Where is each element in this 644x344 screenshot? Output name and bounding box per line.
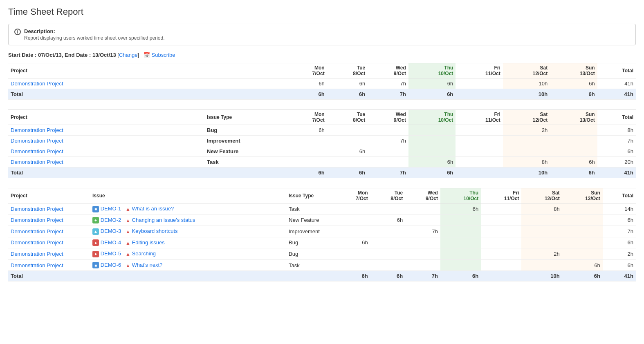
issue-title-link[interactable]: Changing an issue's status [132,217,195,223]
cell [327,136,368,146]
issue-id-link[interactable]: DEMO-3 [101,228,121,234]
cell [440,248,481,260]
issue-id-link[interactable]: DEMO-1 [101,206,121,212]
col-sun-header: Sun13/Oct [550,63,597,78]
cell [503,146,550,157]
project-link[interactable]: Demonstration Project [11,262,63,268]
cell: 6h [597,146,636,157]
description-text: Report displaying users worked time shee… [24,35,165,41]
issue-type-cell: New Feature [286,214,335,226]
cell [562,214,603,226]
project-link[interactable]: Demonstration Project [11,228,63,235]
project-link[interactable]: Demonstration Project [11,251,63,257]
issue-type-cell: Task [204,157,286,168]
total-row: Total 6h 6h 7h 6h 10h 6h 41h [8,168,636,178]
cell: 6h [603,259,636,271]
cell: 10h [503,89,550,100]
issue-id-link[interactable]: DEMO-5 [101,250,121,257]
total-row: Total 6h 6h 7h 6h 10h 6h 41h [8,271,636,281]
issue-id-link[interactable]: DEMO-4 [101,239,121,246]
cell [562,226,603,237]
issue-id-link[interactable]: DEMO-6 [101,262,121,268]
description-label: Description: [24,28,55,34]
issue-type-icon: + [92,217,99,223]
cell [521,226,562,237]
table-row: Demonstration Project ▲ DEMO-3 ▲ Keyboar… [8,226,636,237]
calendar-icon: 📅 [144,52,150,58]
table-by-project: Project Mon7/Oct Tue8/Oct Wed9/Oct Thu10… [8,63,636,100]
cell [408,136,456,146]
change-link[interactable]: Change [119,52,138,58]
cell [456,89,503,100]
col-thu-header: Thu10/Oct [408,63,456,78]
cell: 10h [503,78,550,89]
issue-type-icon: ● [92,239,99,246]
project-link[interactable]: Demonstration Project [11,80,63,87]
project-link[interactable]: Demonstration Project [11,138,63,144]
subscribe-link[interactable]: Subscribe [152,52,175,58]
description-content: Description: Report displaying users wor… [24,28,165,41]
col-sat-header3: Sat12/Oct [521,188,562,203]
col-sat-header2: Sat12/Oct [503,110,550,125]
col-tue-header3: Tue8/Oct [370,188,406,203]
table-row: Demonstration Project ■ DEMO-1 ▲ What is… [8,203,636,215]
cell: 7h [368,89,408,100]
issue-title-link[interactable]: What is an issue? [132,206,174,212]
issue-cell: ■ DEMO-1 ▲ What is an issue? [90,203,286,215]
issue-title-link[interactable]: What's next? [132,262,163,268]
table-row: Demonstration Project Improvement 7h 7h [8,136,636,146]
project-link[interactable]: Demonstration Project [11,239,63,246]
cell [405,214,440,226]
cell [370,259,406,271]
issue-type-cell: New Feature [204,146,286,157]
col-fri-header: Fri11/Oct [456,63,503,78]
col-mon-header3: Mon7/Oct [335,188,370,203]
cell: 6h [335,237,370,248]
issue-title-link[interactable]: Editing issues [132,239,165,246]
cell [286,157,327,168]
col-thu-header2: Thu10/Oct [408,110,456,125]
cell [368,146,408,157]
project-cell: Demonstration Project [8,125,204,136]
cell [440,214,481,226]
cell: 7h [405,271,440,281]
project-link[interactable]: Demonstration Project [11,217,63,223]
cell [335,259,370,271]
cell [405,259,440,271]
table-by-issue-type: Project Issue Type Mon7/Oct Tue8/Oct Wed… [8,109,636,178]
cell [368,125,408,136]
cell: 2h [603,248,636,260]
issue-type-cell: Bug [286,237,335,248]
cell [368,157,408,168]
cell: 6h [440,271,481,281]
col-thu-header3: Thu10/Oct [440,188,481,203]
cell [335,214,370,226]
cell [335,203,370,215]
issue-title-link[interactable]: Keyboard shortcuts [132,228,178,234]
col-mon-header: Mon7/Oct [286,63,327,78]
cell [481,271,521,281]
cell [440,237,481,248]
cell [521,214,562,226]
cell [408,146,456,157]
cell: 6h [550,89,597,100]
col-wed-header2: Wed9/Oct [368,110,408,125]
issue-title-link[interactable]: Searching [132,250,156,257]
cell [562,237,603,248]
cell [405,248,440,260]
cell [503,136,550,146]
cell: 10h [521,271,562,281]
issue-id-link[interactable]: DEMO-2 [101,217,121,223]
issue-type-cell: Improvement [204,136,286,146]
project-link[interactable]: Demonstration Project [11,148,63,154]
table-row: Demonstration Project Bug 6h 2h 8h [8,125,636,136]
cell [481,214,521,226]
project-link[interactable]: Demonstration Project [11,127,63,133]
project-link[interactable]: Demonstration Project [11,159,63,165]
project-link[interactable]: Demonstration Project [11,206,63,212]
col-project-header: Project [8,63,286,78]
cell: 8h [503,157,550,168]
project-cell: Demonstration Project [8,248,90,260]
cell: 41h [597,89,636,100]
project-cell: Demonstration Project [8,203,90,215]
